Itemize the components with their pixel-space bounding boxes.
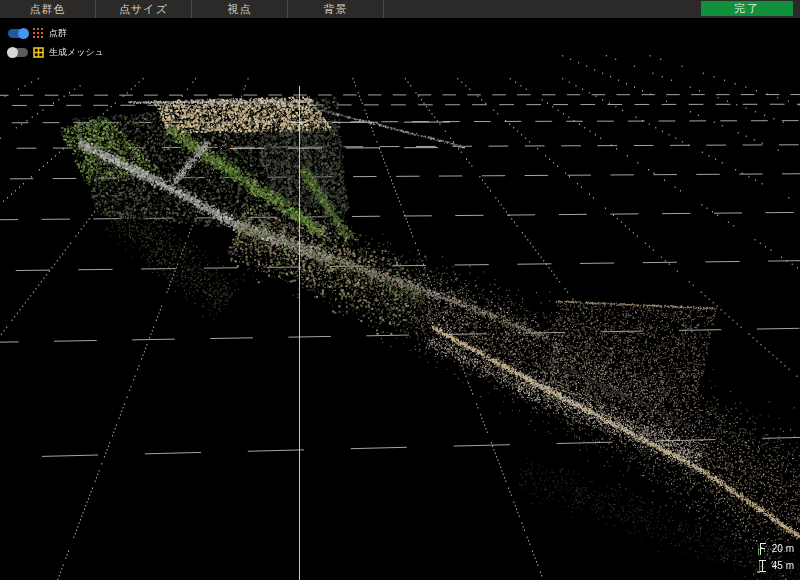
layer-row-mesh: 生成メッシュ bbox=[8, 45, 104, 59]
grid-depth-scale-label: 45 m bbox=[772, 560, 794, 571]
done-button[interactable]: 完了 bbox=[701, 1, 793, 16]
toggle-knob bbox=[18, 28, 29, 39]
grid-width-scale-label: 20 m bbox=[772, 543, 794, 554]
layer-label-mesh: 生成メッシュ bbox=[49, 47, 104, 58]
point-size-button[interactable]: 点サイズ bbox=[96, 0, 192, 18]
point-color-button[interactable]: 点群色 bbox=[0, 0, 96, 18]
toolbar: 点群色 点サイズ 視点 背景 完了 bbox=[0, 0, 800, 18]
grid-width-scale: 20 m bbox=[757, 540, 794, 557]
layer-label-point-cloud: 点群 bbox=[49, 28, 67, 39]
app-window: 点群色 点サイズ 視点 背景 完了 点群 bbox=[0, 0, 800, 580]
grid-scale-panel: 20 m 45 m bbox=[757, 540, 794, 574]
viewpoint-button[interactable]: 視点 bbox=[192, 0, 288, 18]
point-cloud-icon bbox=[33, 28, 44, 39]
layer-panel: 点群 生成メッシュ bbox=[8, 26, 104, 64]
grid-width-scale-icon bbox=[757, 542, 767, 556]
grid-depth-scale: 45 m bbox=[757, 557, 794, 574]
grid-depth-scale-icon bbox=[757, 559, 767, 573]
layer-row-point-cloud: 点群 bbox=[8, 26, 104, 40]
mesh-toggle[interactable] bbox=[8, 48, 28, 57]
mesh-icon bbox=[33, 47, 44, 58]
point-cloud-viewport[interactable] bbox=[0, 0, 800, 580]
point-cloud-toggle[interactable] bbox=[8, 29, 28, 38]
toggle-knob bbox=[7, 47, 18, 58]
background-button[interactable]: 背景 bbox=[288, 0, 384, 18]
